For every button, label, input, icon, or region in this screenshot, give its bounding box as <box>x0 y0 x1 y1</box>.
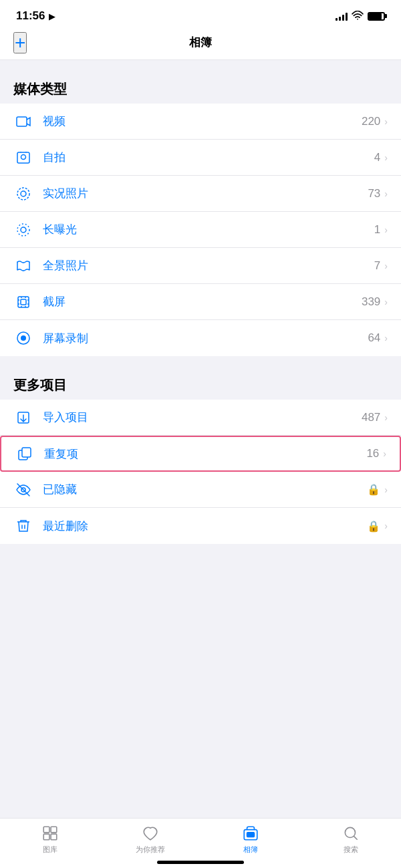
albums-tab-icon <box>241 824 260 843</box>
svg-rect-17 <box>51 827 57 833</box>
svg-rect-2 <box>17 152 29 163</box>
list-item-selfie[interactable]: 自拍 4 › <box>0 140 401 176</box>
svg-point-5 <box>17 188 29 200</box>
tab-albums[interactable]: 相簿 <box>200 824 301 855</box>
item-count-selfie: 4 <box>374 151 380 164</box>
add-album-button[interactable]: + <box>13 32 27 53</box>
item-right-selfie: 4 › <box>374 151 388 164</box>
item-right-hidden: 🔒 › <box>367 483 388 496</box>
item-count-duplicates: 16 <box>366 447 379 460</box>
svg-rect-21 <box>247 833 255 837</box>
item-right-screen-record: 64 › <box>368 331 388 345</box>
tab-search[interactable]: 搜索 <box>301 824 401 855</box>
list-item-recently-deleted[interactable]: 最近删除 🔒 › <box>0 508 401 544</box>
svg-point-11 <box>21 335 26 341</box>
list-item-import[interactable]: 导入项目 487 › <box>0 400 401 436</box>
item-label-video: 视频 <box>43 114 362 129</box>
page-title: 相簿 <box>189 35 212 50</box>
svg-rect-14 <box>22 448 31 457</box>
chevron-icon-screenshot: › <box>384 297 388 307</box>
item-right-screenshot: 339 › <box>362 295 388 309</box>
section-media-types: 媒体类型 视频 220 › 自拍 4 <box>0 80 401 356</box>
item-label-screenshot: 截屏 <box>43 294 362 309</box>
content-area: 媒体类型 视频 220 › 自拍 4 <box>0 80 401 604</box>
list-item-screen-record[interactable]: 屏幕录制 64 › <box>0 320 401 356</box>
chevron-icon-long-exposure: › <box>384 225 388 235</box>
list-item-hidden[interactable]: 已隐藏 🔒 › <box>0 472 401 508</box>
list-item-duplicates[interactable]: 重复项 16 › <box>0 436 401 472</box>
screenshot-icon <box>13 294 33 310</box>
selfie-icon <box>13 150 33 166</box>
item-right-recently-deleted: 🔒 › <box>367 520 388 533</box>
item-right-video: 220 › <box>362 115 388 128</box>
chevron-icon-selfie: › <box>384 152 388 163</box>
lock-icon-hidden: 🔒 <box>367 483 380 496</box>
svg-rect-1 <box>17 117 27 126</box>
media-types-list: 视频 220 › 自拍 4 › <box>0 104 401 356</box>
svg-point-3 <box>21 154 26 159</box>
chevron-icon-screen-record: › <box>384 333 388 343</box>
tab-label-for-you: 为你推荐 <box>136 845 165 855</box>
for-you-tab-icon <box>141 824 160 843</box>
panorama-icon <box>13 258 33 274</box>
item-label-selfie: 自拍 <box>43 150 374 165</box>
chevron-icon-video: › <box>384 116 388 127</box>
tab-label-albums: 相簿 <box>243 845 258 855</box>
item-label-import: 导入项目 <box>43 410 362 425</box>
svg-point-22 <box>345 827 355 837</box>
item-count-live-photo: 73 <box>368 187 380 200</box>
svg-point-7 <box>17 224 29 236</box>
home-indicator <box>157 861 244 864</box>
library-tab-icon <box>41 824 59 843</box>
item-label-screen-record: 屏幕录制 <box>43 331 368 346</box>
battery-icon <box>368 12 385 21</box>
item-count-screenshot: 339 <box>362 295 380 309</box>
svg-rect-19 <box>51 834 57 840</box>
hidden-icon <box>13 482 33 498</box>
item-label-hidden: 已隐藏 <box>43 482 367 497</box>
lock-icon-deleted: 🔒 <box>367 520 380 533</box>
duplicates-icon <box>15 446 35 462</box>
wifi-icon <box>352 11 364 22</box>
location-icon: ▶ <box>49 11 55 21</box>
list-item-video[interactable]: 视频 220 › <box>0 104 401 140</box>
tab-for-you[interactable]: 为你推荐 <box>100 824 200 855</box>
item-right-panorama: 7 › <box>374 259 388 273</box>
chevron-icon-duplicates: › <box>383 448 386 459</box>
list-item-long-exposure[interactable]: 长曝光 1 › <box>0 212 401 248</box>
item-count-panorama: 7 <box>374 259 380 273</box>
svg-rect-16 <box>43 827 49 833</box>
chevron-icon-recently-deleted: › <box>384 521 388 531</box>
video-icon <box>13 114 33 130</box>
live-photo-icon <box>13 186 33 202</box>
status-time: 11:56 <box>16 9 45 23</box>
item-right-long-exposure: 1 › <box>374 223 388 237</box>
svg-point-4 <box>21 191 26 196</box>
list-item-screenshot[interactable]: 截屏 339 › <box>0 284 401 320</box>
item-label-panorama: 全景照片 <box>43 258 374 273</box>
item-count-video: 220 <box>362 115 380 128</box>
status-icons <box>336 11 385 22</box>
list-item-live-photo[interactable]: 实况照片 73 › <box>0 176 401 212</box>
tab-library[interactable]: 图库 <box>0 824 100 855</box>
section-header-media: 媒体类型 <box>0 80 401 104</box>
more-items-list: 导入项目 487 › 重复项 16 › <box>0 400 401 544</box>
import-icon <box>13 410 33 426</box>
long-exposure-icon <box>13 222 33 238</box>
trash-icon <box>13 518 33 534</box>
section-more-items: 更多项目 导入项目 487 › <box>0 376 401 544</box>
chevron-icon-panorama: › <box>384 261 388 271</box>
chevron-icon-hidden: › <box>384 484 388 495</box>
list-item-panorama[interactable]: 全景照片 7 › <box>0 248 401 284</box>
nav-header: + 相簿 <box>0 28 401 60</box>
item-label-live-photo: 实况照片 <box>43 186 368 201</box>
tab-label-search: 搜索 <box>344 845 358 855</box>
svg-point-6 <box>21 227 26 233</box>
status-bar: 11:56 ▶ <box>0 0 401 28</box>
tab-label-library: 图库 <box>43 845 57 855</box>
screen-record-icon <box>13 330 33 346</box>
item-label-long-exposure: 长曝光 <box>43 222 374 237</box>
svg-point-0 <box>357 18 358 19</box>
item-right-live-photo: 73 › <box>368 187 388 200</box>
item-label-duplicates: 重复项 <box>44 446 366 462</box>
